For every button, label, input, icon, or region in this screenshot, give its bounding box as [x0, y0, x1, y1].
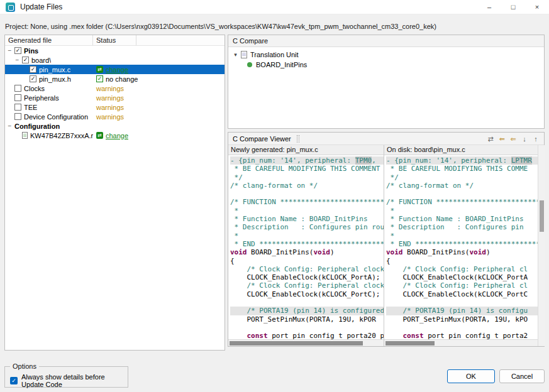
file-row-board[interactable]: −✓board\	[5, 55, 225, 65]
file-label: KW47B42ZB7xxxA.mex	[30, 132, 93, 139]
file-label: Peripherals	[24, 94, 59, 102]
file-checkbox[interactable]: ✓	[30, 75, 36, 82]
file-row-status-cell: warnings	[93, 94, 124, 102]
change-status-icon: ⇄	[96, 132, 103, 139]
file-row-status-cell: ⇄change	[93, 132, 128, 139]
always-show-details-row: ✓ Always show details before Update Code	[5, 367, 128, 388]
file-row-name-cell: Clocks	[5, 85, 93, 92]
file-checkbox[interactable]: ✓	[22, 57, 29, 63]
cancel-button[interactable]: Cancel	[499, 369, 545, 383]
file-checkbox[interactable]	[14, 94, 21, 101]
column-header-generated-file[interactable]: Generated file	[5, 35, 93, 45]
minimize-button[interactable]: –	[477, 0, 501, 14]
file-row-pin-mux-h[interactable]: ✓pin_mux.h✓no change	[5, 74, 225, 84]
chevron-down-icon[interactable]: ▾	[233, 52, 238, 58]
column-header-status[interactable]: Status	[93, 35, 136, 45]
file-row-kw47b42zb7xxxa-mex[interactable]: KW47B42ZB7xxxA.mex⇄change	[5, 131, 225, 140]
code-line	[386, 190, 538, 198]
code-line: * END **********************************	[230, 240, 384, 248]
code-line: CLOCK_EnableClock(kCLOCK_PortC);	[230, 290, 384, 298]
code-line: * BE CAREFUL MODIFYING THIS COMME	[386, 165, 538, 173]
file-checkbox[interactable]: ✓	[14, 47, 21, 54]
code-line: PORT_SetPinMux(PORTA, 19U, kPO	[386, 315, 538, 324]
expander-icon[interactable]: −	[7, 48, 13, 53]
copy-current-change-icon[interactable]: ⇐	[508, 134, 518, 144]
c-compare-viewer-titlebar: C Compare Viewer ⇄⇚⇐↓↑	[228, 133, 544, 145]
tree-item-translation-unit[interactable]: ▾ Translation Unit	[228, 50, 544, 60]
left-pane-header: Newly generated: pin_mux.c	[228, 145, 384, 155]
translation-unit-icon	[241, 51, 247, 58]
file-checkbox[interactable]	[14, 85, 21, 92]
code-line: * END **********************************	[386, 240, 538, 248]
code-line: /* Clock Config: Peripheral cl	[386, 265, 538, 273]
right-pane-header: On disk: board\pin_mux.c	[384, 145, 538, 155]
right-code-area[interactable]: - {pin_num: '14', peripheral: LPTMR * BE…	[384, 155, 538, 339]
status-text: change	[106, 66, 128, 74]
compare-panes: Newly generated: pin_mux.c - {pin_num: '…	[228, 145, 544, 346]
file-row-name-cell: −✓board\	[5, 57, 93, 64]
file-row-clocks[interactable]: Clockswarnings	[5, 84, 225, 93]
status-text: change	[106, 132, 128, 139]
code-line: CLOCK_EnableClock(kCLOCK_PortA	[386, 273, 538, 281]
code-line: * Function Name : BOARD_InitPins	[230, 215, 384, 223]
no-change-status-icon: ✓	[96, 75, 103, 82]
code-line: /* Clock Config: Peripheral clock	[230, 265, 384, 273]
right-hscroll-thumb[interactable]	[385, 341, 435, 346]
vertical-scrollbar[interactable]	[538, 145, 545, 346]
always-show-details-checkbox[interactable]: ✓	[10, 377, 18, 384]
next-difference-icon[interactable]: ↓	[519, 134, 530, 144]
code-line: /* FUNCTION ****************************…	[386, 198, 538, 206]
code-line	[230, 190, 384, 198]
code-line: /* clang-format on */	[386, 182, 538, 190]
file-row-status-cell: ⇄change	[93, 66, 128, 74]
file-row-pin-mux-c[interactable]: ✓pin_mux.c⇄change	[5, 65, 225, 74]
code-line	[230, 298, 384, 307]
file-checkbox[interactable]	[14, 104, 21, 111]
file-row-pins[interactable]: −✓Pins	[5, 46, 225, 55]
always-show-details-label: Always show details before Update Code	[21, 373, 128, 388]
file-row-status-cell: ✓no change	[93, 75, 138, 83]
change-status-icon: ⇄	[96, 66, 103, 73]
left-code-area[interactable]: - {pin_num: '14', peripheral: TPM0, * BE…	[228, 155, 384, 339]
copy-all-changes-icon[interactable]: ⇚	[497, 134, 507, 144]
code-line: PORT_SetPinMux(PORTA, 19U, kPOR	[230, 315, 384, 324]
code-line: const port_pin_config_t porta20_p	[230, 332, 384, 339]
file-checkbox[interactable]	[14, 113, 21, 120]
ok-button[interactable]: OK	[447, 369, 495, 383]
file-row-status-cell: warnings	[93, 85, 124, 92]
app-icon	[6, 3, 15, 12]
status-text: warnings	[96, 104, 124, 111]
file-checkbox[interactable]: ✓	[30, 66, 36, 73]
file-row-peripherals[interactable]: Peripheralswarnings	[5, 93, 225, 102]
options-group-label: Options	[10, 362, 39, 370]
file-row-name-cell: ✓pin_mux.c	[5, 66, 93, 74]
code-line: *	[230, 232, 384, 240]
file-row-name-cell: Device Configuration	[5, 113, 93, 121]
close-button[interactable]: ×	[525, 0, 549, 14]
previous-difference-icon[interactable]: ↑	[531, 134, 541, 144]
file-row-device-configuration[interactable]: Device Configurationwarnings	[5, 112, 225, 121]
c-compare-title: C Compare	[228, 35, 544, 47]
swap-view-icon[interactable]: ⇄	[485, 134, 496, 144]
mex-file-icon	[22, 132, 28, 139]
file-row-configuration[interactable]: −Configuration	[5, 121, 225, 131]
expander-icon[interactable]: −	[7, 123, 13, 129]
code-line: */	[386, 173, 538, 182]
maximize-button[interactable]: □	[501, 0, 525, 14]
tree-item-board-initpins[interactable]: BOARD_InitPins	[228, 60, 544, 70]
file-row-tee[interactable]: TEEwarnings	[5, 102, 225, 112]
file-row-status-cell: warnings	[93, 104, 124, 111]
code-line: */	[230, 173, 384, 182]
file-tree-rows: −✓Pins−✓board\✓pin_mux.c⇄change✓pin_mux.…	[5, 46, 225, 140]
left-hscroll-thumb[interactable]	[230, 341, 363, 346]
vscroll-thumb[interactable]	[540, 200, 544, 232]
left-horizontal-scrollbar[interactable]	[228, 339, 384, 346]
file-label: Configuration	[14, 122, 60, 130]
expander-icon[interactable]: −	[14, 57, 20, 63]
tree-item-label: BOARD_InitPins	[256, 61, 307, 68]
c-compare-panel: C Compare ▾ Translation Unit BOARD_InitP…	[228, 35, 545, 129]
file-row-status-cell: warnings	[93, 113, 124, 121]
right-horizontal-scrollbar[interactable]	[384, 339, 538, 346]
toolbar-grip-icon[interactable]	[297, 135, 299, 143]
code-line: - {pin_num: '14', peripheral: LPTMR	[386, 156, 538, 165]
